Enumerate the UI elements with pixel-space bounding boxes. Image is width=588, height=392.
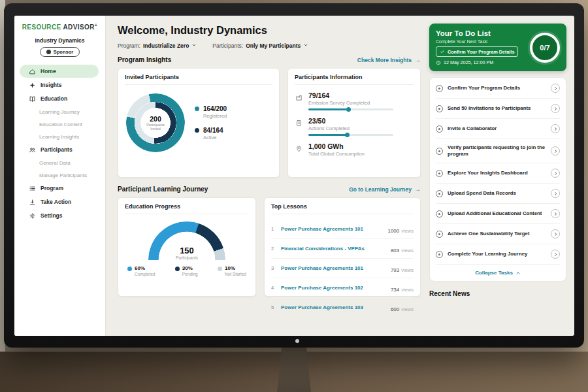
chevron-down-icon: [191, 42, 197, 49]
sidebar-item-insights[interactable]: Insights: [20, 78, 99, 91]
lesson-rank: 2: [271, 246, 276, 252]
legend-item-active: 84/164 Active: [195, 127, 227, 140]
legend-value: 60%: [135, 265, 145, 271]
sidebar-item-manage-participants[interactable]: Manage Participants: [20, 169, 99, 181]
stat-label: Actions Completed: [308, 125, 393, 131]
participants-information-card: Participants Information 79/164 Emission…: [287, 68, 421, 178]
sidebar-item-education-content[interactable]: Education Content: [20, 118, 99, 130]
chevron-right-icon[interactable]: [551, 250, 560, 259]
stat-value: 79/164: [308, 91, 393, 99]
check-icon: [440, 49, 445, 54]
sidebar-item-participants[interactable]: Participants: [20, 143, 99, 156]
legend-label: Completed: [135, 272, 155, 276]
chevron-right-icon[interactable]: [551, 146, 560, 155]
lesson-views: 1000: [387, 228, 399, 234]
stat-actions-completed: 23/50 Actions Completed: [295, 117, 414, 136]
task-circle-icon: [436, 190, 443, 197]
sidebar-item-label: Home: [41, 68, 56, 74]
donut-legend: 164/200 Registered 84/164 Active: [195, 105, 227, 140]
lesson-title-link[interactable]: Power Purchase Agreements 101: [281, 265, 386, 271]
education-gauge-chart: 150 Participants: [148, 221, 225, 260]
task-label: Complete Your Learning Journey: [448, 251, 546, 257]
participants-filter-dropdown[interactable]: Participants: Only My Participants: [212, 42, 308, 49]
download-icon: [29, 199, 36, 206]
todo-next-task[interactable]: Confirm Your Program Details: [436, 46, 518, 57]
sidebar-item-education[interactable]: Education: [20, 92, 99, 105]
lesson-row: 1 Power Purchase Agreements 101 1000view…: [271, 220, 414, 239]
task-circle-icon: [436, 105, 443, 112]
home-icon: [29, 68, 36, 75]
invited-donut-chart: 200 Participants Invited: [126, 93, 185, 152]
monitor-logo-dot: [295, 339, 299, 343]
chevron-down-icon: [303, 42, 308, 49]
card-title: Invited Participants: [125, 74, 272, 85]
lesson-views: 734: [391, 287, 399, 293]
page-title: Welcome, Industry Dynamics: [118, 24, 421, 37]
sidebar-item-learning-journey[interactable]: Learning Journey: [20, 106, 99, 118]
lesson-title-link[interactable]: Power Purchase Agreements 103: [281, 304, 386, 310]
sidebar-item-home[interactable]: Home: [20, 65, 99, 78]
sidebar-item-label: Insights: [41, 82, 62, 88]
chevron-right-icon[interactable]: [551, 104, 560, 113]
check-more-insights-link[interactable]: Check More Insights →: [357, 56, 421, 63]
sidebar-item-learning-insights[interactable]: Learning Insights: [20, 131, 99, 142]
chevron-right-icon[interactable]: [551, 229, 560, 238]
recent-news-title: Recent News: [429, 290, 566, 297]
lesson-views: 600: [391, 306, 399, 312]
task-row[interactable]: Upload Spend Data Records: [436, 184, 560, 204]
task-row[interactable]: Confirm Your Program Details: [436, 78, 560, 99]
chevron-right-icon[interactable]: [551, 169, 560, 178]
logo-resource: RESOURCE: [22, 24, 61, 31]
chevron-right-icon[interactable]: [551, 209, 560, 218]
sponsor-badge-label: Sponsor: [54, 49, 73, 55]
sidebar-item-general-data[interactable]: General Data: [20, 157, 99, 169]
task-label: Verify participants requesting to join t…: [448, 144, 546, 157]
todo-due: 12 May 2025, 12:00 PM: [436, 59, 525, 65]
clipboard-icon: [295, 118, 303, 127]
sidebar-item-settings[interactable]: Settings: [20, 209, 99, 222]
lesson-title-link[interactable]: Power Purchase Agreements 102: [281, 285, 386, 291]
program-filter-dropdown[interactable]: Program: Industrialize Zero: [118, 42, 197, 49]
chevron-right-icon[interactable]: [551, 84, 560, 93]
card-title: Participants Information: [295, 74, 414, 85]
legend-value: 164/200: [203, 105, 227, 112]
lesson-row: 2 Financial Considerations - VPPAs 803vi…: [271, 239, 414, 259]
sidebar-item-label: Program: [41, 185, 63, 191]
program-filter-value: Industrialize Zero: [143, 42, 189, 49]
chevron-right-icon[interactable]: [551, 189, 560, 198]
chevron-right-icon[interactable]: [551, 124, 560, 133]
lesson-title-link[interactable]: Financial Considerations - VPPAs: [281, 246, 386, 252]
org-name: Industry Dynamics: [14, 37, 105, 44]
todo-subtitle: Complete Your Next Task:: [436, 39, 525, 44]
legend-dot-gray: [218, 267, 222, 271]
task-label: Send 50 Invitations to Participants: [448, 105, 546, 112]
task-row[interactable]: Invite a Collaborator: [436, 119, 560, 139]
sidebar-item-program[interactable]: Program: [20, 182, 99, 195]
collapse-tasks-link[interactable]: Collapse Tasks: [436, 265, 560, 280]
list-icon: [29, 185, 36, 192]
sidebar-item-label: General Data: [39, 160, 71, 166]
donut-center-label: Participants Invited: [144, 123, 167, 131]
todo-progress-value: 0/7: [540, 44, 549, 52]
lesson-row: 5 Power Purchase Agreements 103 600views: [271, 298, 414, 317]
learning-cards-row: Education Progress 150 Participants: [118, 197, 421, 297]
monitor-stand: [277, 346, 311, 392]
task-row[interactable]: Explore Your Insights Dashboard: [436, 163, 560, 184]
logo-advisor: ADVISOR+: [63, 24, 97, 31]
task-row[interactable]: Verify participants requesting to join t…: [436, 139, 560, 163]
people-icon: [29, 146, 36, 154]
task-row[interactable]: Send 50 Invitations to Participants: [436, 99, 560, 119]
task-row[interactable]: Upload Additional Educational Content: [436, 204, 560, 224]
gear-icon: [29, 212, 36, 220]
chevron-up-icon: [515, 270, 521, 276]
participants-filter-value: Only My Participants: [246, 42, 301, 49]
donut-center: 200 Participants Invited: [142, 110, 169, 136]
lesson-title-link[interactable]: Power Purchase Agreements 101: [281, 226, 383, 232]
sidebar-item-label: Take Action: [41, 199, 71, 205]
task-row[interactable]: Complete Your Learning Journey: [436, 244, 560, 265]
go-to-learning-journey-link[interactable]: Go to Learning Journey →: [349, 186, 421, 193]
task-row[interactable]: Achieve One Sustainability Target: [436, 224, 560, 244]
sidebar-item-take-action[interactable]: Take Action: [20, 195, 99, 208]
legend-value: 84/164: [203, 127, 223, 134]
stat-value: 23/50: [308, 117, 393, 125]
